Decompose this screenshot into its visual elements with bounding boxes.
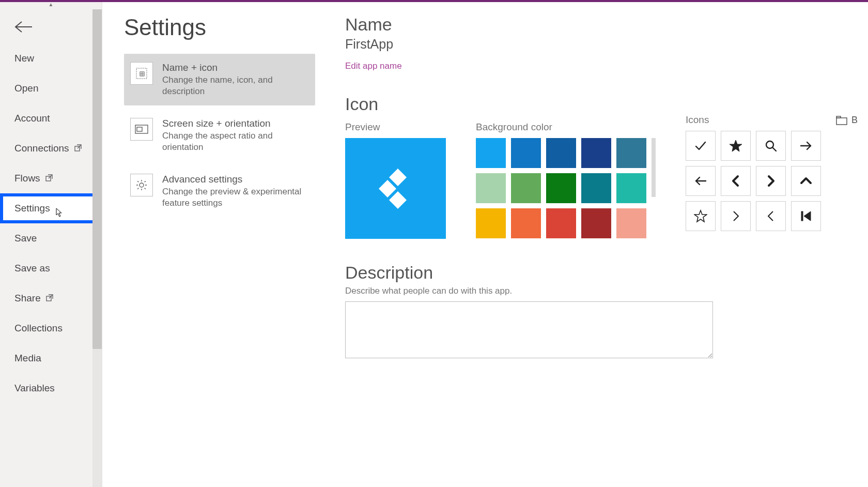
sidebar-item-label: Collections bbox=[14, 323, 63, 334]
preview-column: Preview bbox=[345, 114, 446, 239]
description-hint: Describe what people can do with this ap… bbox=[345, 286, 858, 296]
star-icon-option[interactable] bbox=[721, 131, 751, 161]
svg-line-21 bbox=[772, 147, 776, 151]
svg-point-13 bbox=[140, 183, 144, 187]
color-swatch[interactable] bbox=[476, 173, 506, 203]
color-swatch[interactable] bbox=[616, 208, 646, 238]
color-swatch[interactable] bbox=[616, 138, 646, 168]
screen-size-icon bbox=[130, 118, 153, 141]
svg-rect-7 bbox=[136, 68, 147, 79]
edit-app-name-link[interactable]: Edit app name bbox=[345, 61, 402, 71]
app-default-icon bbox=[375, 168, 416, 209]
app-name-value: FirstApp bbox=[345, 37, 858, 52]
category-title: Screen size + orientation bbox=[162, 118, 305, 129]
sidebar-item-label: Save as bbox=[14, 263, 50, 274]
arrow-right-icon-option[interactable] bbox=[791, 131, 821, 161]
description-heading: Description bbox=[345, 263, 858, 283]
category-desc: Change the name, icon, and description bbox=[162, 74, 305, 97]
category-title: Name + icon bbox=[162, 62, 305, 73]
color-swatch[interactable] bbox=[581, 173, 611, 203]
sidebar-item-save-as[interactable]: Save as bbox=[0, 253, 102, 283]
sidebar-item-label: Flows bbox=[14, 173, 40, 184]
sidebar-item-open[interactable]: Open bbox=[0, 73, 102, 103]
cursor-pointer-icon bbox=[56, 208, 63, 217]
color-swatch[interactable] bbox=[476, 138, 506, 168]
browse-icon-button[interactable]: B bbox=[836, 115, 858, 126]
gear-icon bbox=[130, 174, 153, 196]
color-swatch[interactable] bbox=[581, 208, 611, 238]
name-heading: Name bbox=[345, 14, 858, 35]
sidebar-item-save[interactable]: Save bbox=[0, 223, 102, 253]
settings-categories-column: Settings Name + icon Change the name, ic… bbox=[102, 2, 324, 487]
category-screen-size[interactable]: Screen size + orientation Change the asp… bbox=[124, 110, 315, 161]
sidebar-scrollbar-thumb[interactable] bbox=[92, 9, 102, 349]
color-swatch[interactable] bbox=[616, 173, 646, 203]
category-desc: Change the preview & experimental featur… bbox=[162, 186, 305, 209]
external-link-icon bbox=[74, 144, 82, 153]
skip-back-icon-option[interactable] bbox=[791, 201, 821, 231]
sidebar-scroll-up[interactable]: ▲ bbox=[0, 2, 102, 9]
file-menu-sidebar: ▲ New Open Account Connections bbox=[0, 2, 102, 487]
back-button[interactable] bbox=[0, 9, 102, 43]
bgcolor-column: Background color bbox=[476, 114, 656, 238]
search-icon-option[interactable] bbox=[756, 131, 786, 161]
color-swatch[interactable] bbox=[511, 173, 541, 203]
color-swatch[interactable] bbox=[511, 208, 541, 238]
bgcolor-scrollbar[interactable] bbox=[652, 138, 656, 197]
svg-rect-18 bbox=[836, 116, 841, 118]
svg-rect-16 bbox=[389, 191, 407, 209]
sidebar-item-flows[interactable]: Flows bbox=[0, 163, 102, 193]
external-link-icon bbox=[45, 174, 53, 183]
sidebar-item-label: Settings bbox=[14, 203, 50, 214]
color-swatch[interactable] bbox=[476, 208, 506, 238]
icon-preview bbox=[345, 138, 446, 239]
angle-left-icon-option[interactable] bbox=[756, 201, 786, 231]
sidebar-item-label: New bbox=[14, 53, 34, 64]
icon-heading: Icon bbox=[345, 94, 858, 114]
svg-marker-24 bbox=[694, 210, 707, 222]
sidebar-item-variables[interactable]: Variables bbox=[0, 373, 102, 403]
arrow-left-icon-option[interactable] bbox=[686, 166, 716, 196]
sidebar-item-connections[interactable]: Connections bbox=[0, 133, 102, 163]
star-outline-icon-option[interactable] bbox=[686, 201, 716, 231]
sidebar-item-settings[interactable]: Settings bbox=[0, 193, 102, 223]
back-arrow-icon bbox=[14, 21, 33, 33]
browse-label: B bbox=[851, 115, 858, 126]
color-swatch[interactable] bbox=[511, 138, 541, 168]
sidebar-item-account[interactable]: Account bbox=[0, 103, 102, 133]
color-swatch[interactable] bbox=[546, 138, 576, 168]
folder-icon bbox=[836, 116, 847, 125]
svg-rect-25 bbox=[801, 211, 803, 221]
svg-rect-12 bbox=[137, 127, 142, 131]
category-desc: Change the aspect ratio and orientation bbox=[162, 130, 305, 153]
app-shell: ▲ New Open Account Connections bbox=[0, 2, 868, 487]
chevron-left-icon-option[interactable] bbox=[721, 166, 751, 196]
sidebar-item-media[interactable]: Media bbox=[0, 343, 102, 373]
page-title: Settings bbox=[124, 14, 315, 40]
sidebar-item-label: Variables bbox=[14, 383, 55, 394]
chevron-right-icon-option[interactable] bbox=[756, 166, 786, 196]
color-swatch[interactable] bbox=[581, 138, 611, 168]
chevron-up-icon-option[interactable] bbox=[791, 166, 821, 196]
icons-grid bbox=[686, 131, 858, 231]
bgcolor-grid bbox=[476, 138, 646, 238]
sidebar-item-share[interactable]: Share bbox=[0, 283, 102, 313]
description-textarea[interactable] bbox=[345, 301, 713, 358]
name-icon-icon bbox=[130, 62, 153, 85]
sidebar-item-label: Save bbox=[14, 233, 37, 244]
category-title: Advanced settings bbox=[162, 174, 305, 185]
sidebar-item-collections[interactable]: Collections bbox=[0, 313, 102, 343]
angle-right-icon-option[interactable] bbox=[721, 201, 751, 231]
icons-label: Icons bbox=[686, 114, 709, 126]
category-name-icon[interactable]: Name + icon Change the name, icon, and d… bbox=[124, 54, 315, 105]
svg-rect-15 bbox=[379, 180, 396, 197]
check-icon-option[interactable] bbox=[686, 131, 716, 161]
sidebar-nav: New Open Account Connections Flows bbox=[0, 43, 102, 403]
sidebar-item-label: Open bbox=[14, 83, 38, 94]
category-advanced[interactable]: Advanced settings Change the preview & e… bbox=[124, 165, 315, 217]
svg-marker-19 bbox=[730, 140, 742, 151]
color-swatch[interactable] bbox=[546, 173, 576, 203]
color-swatch[interactable] bbox=[546, 208, 576, 238]
sidebar-item-new[interactable]: New bbox=[0, 43, 102, 73]
icons-column: Icons B bbox=[686, 114, 858, 231]
